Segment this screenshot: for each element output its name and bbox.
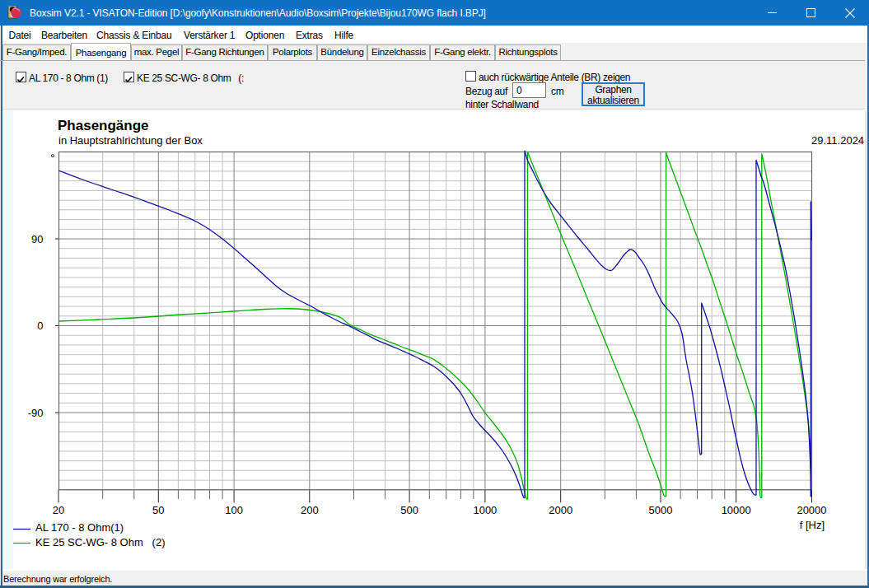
svg-text:100: 100 [225,504,243,516]
svg-text:10000: 10000 [722,504,751,516]
svg-text:500: 500 [400,504,418,516]
svg-text:20: 20 [53,504,64,516]
svg-text:1000: 1000 [473,504,497,516]
svg-text:5000: 5000 [649,504,673,516]
svg-text:KE 25 SC-WG- 8 Ohm (2): KE 25 SC-WG- 8 Ohm (2) [35,536,165,548]
svg-text:90: 90 [31,233,43,245]
svg-text:29.11.2024: 29.11.2024 [811,134,864,147]
svg-text:2000: 2000 [549,504,572,516]
svg-text:50: 50 [152,504,164,516]
svg-text:20000: 20000 [797,504,826,516]
svg-text:-90: -90 [28,407,44,419]
svg-text:200: 200 [301,504,319,516]
svg-text:in Hauptstrahlrichtung der Box: in Hauptstrahlrichtung der Box [58,134,203,147]
svg-text:AL 170 - 8 Ohm(1): AL 170 - 8 Ohm(1) [35,521,124,534]
svg-text:f [Hz]: f [Hz] [800,519,825,531]
svg-text:°: ° [50,151,55,165]
svg-text:0: 0 [37,320,43,332]
svg-text:Phasengänge: Phasengänge [58,118,149,133]
